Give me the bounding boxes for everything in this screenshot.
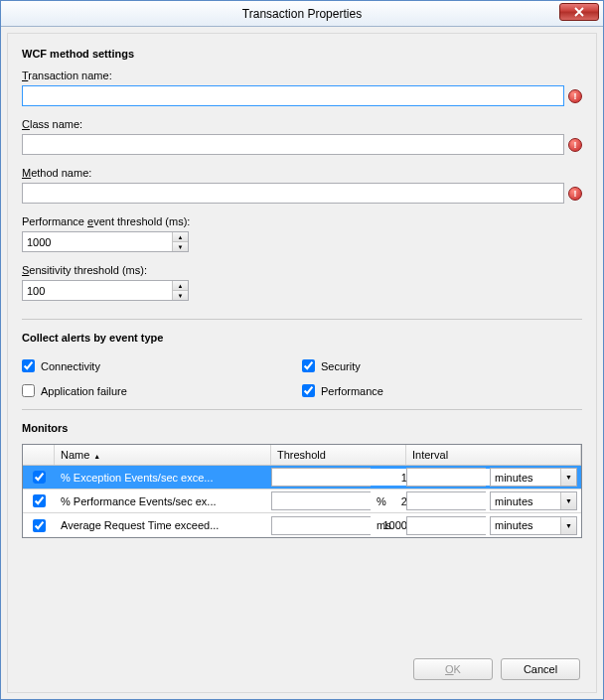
input-sens-threshold[interactable] <box>23 281 172 300</box>
row-checkbox[interactable] <box>33 471 46 484</box>
row-checkbox[interactable] <box>33 494 46 507</box>
field-transaction-name: Transaction name: ! <box>22 70 582 106</box>
header-name[interactable]: Name▲ <box>55 445 271 465</box>
close-icon <box>574 7 584 17</box>
row-interval-unit-value: minutes <box>491 495 560 507</box>
input-class-name[interactable] <box>22 134 564 155</box>
field-class-name: Class name: ! <box>22 118 582 155</box>
header-threshold[interactable]: Threshold <box>271 445 406 465</box>
cancel-button[interactable]: Cancel <box>501 658 580 680</box>
checkbox-connectivity[interactable] <box>22 359 35 372</box>
chevron-down-icon[interactable]: ▼ <box>560 492 576 509</box>
dialog-button-bar: OK Cancel <box>22 648 582 682</box>
label-class-name: Class name: <box>22 118 582 130</box>
checkbox-app-failure[interactable] <box>22 384 35 397</box>
spinner-arrows[interactable]: ▲ ▼ <box>172 232 188 251</box>
input-method-name[interactable] <box>22 183 564 204</box>
spinner-perf-threshold[interactable]: ▲ ▼ <box>22 231 189 252</box>
content-panel: WCF method settings Transaction name: ! … <box>7 33 597 693</box>
checkbox-label: Connectivity <box>41 360 100 372</box>
arrow-up-icon[interactable]: ▲ <box>173 232 188 242</box>
error-icon: ! <box>568 138 582 152</box>
row-interval-unit-value: minutes <box>491 472 560 484</box>
checkbox-label: Performance <box>321 385 383 397</box>
row-checkbox[interactable] <box>33 519 46 532</box>
ok-button[interactable]: OK <box>413 658 493 680</box>
error-icon: ! <box>568 89 582 103</box>
check-app-failure[interactable]: Application failure <box>22 378 302 403</box>
arrow-down-icon[interactable]: ▼ <box>173 291 188 300</box>
row-threshold-spinner[interactable]: ▲▼ <box>271 491 371 510</box>
row-interval-unit-select[interactable]: minutes▼ <box>490 468 577 487</box>
check-connectivity[interactable]: Connectivity <box>22 353 302 378</box>
section-method-settings: WCF method settings <box>22 48 582 60</box>
label-perf-threshold: Performance event threshold (ms): <box>22 215 582 227</box>
sort-asc-icon: ▲ <box>93 453 100 460</box>
row-interval-unit-select[interactable]: minutes▼ <box>490 491 577 510</box>
spinner-sens-threshold[interactable]: ▲ ▼ <box>22 280 189 301</box>
monitors-table: Name▲ Threshold Interval % Exception Eve… <box>22 444 582 538</box>
label-transaction-name: Transaction name: <box>22 70 582 81</box>
row-threshold-unit: % <box>375 472 406 484</box>
separator <box>22 409 582 410</box>
row-threshold-spinner[interactable]: ▲▼ <box>271 468 371 487</box>
monitors-body: % Exception Events/sec exce...▲▼%▲▼minut… <box>23 466 581 537</box>
header-interval[interactable]: Interval <box>406 445 581 465</box>
table-row[interactable]: Average Request Time exceed...▲▼ms▲▼minu… <box>23 513 581 537</box>
table-row[interactable]: % Exception Events/sec exce...▲▼%▲▼minut… <box>23 466 581 490</box>
row-interval-spinner[interactable]: ▲▼ <box>406 516 486 535</box>
spinner-arrows[interactable]: ▲ ▼ <box>172 281 188 300</box>
window-title: Transaction Properties <box>242 7 362 21</box>
check-security[interactable]: Security <box>302 353 582 378</box>
row-name: Average Request Time exceed... <box>55 519 271 531</box>
row-interval-spinner[interactable]: ▲▼ <box>406 491 486 510</box>
checkbox-performance[interactable] <box>302 384 315 397</box>
header-checkbox-col[interactable] <box>23 445 55 465</box>
row-name: % Performance Events/sec ex... <box>55 495 271 507</box>
row-threshold-unit: ms <box>375 519 406 531</box>
checkbox-security[interactable] <box>302 359 315 372</box>
close-button[interactable] <box>559 3 599 21</box>
alert-grid: Connectivity Security Application failur… <box>22 353 582 403</box>
section-monitors: Monitors <box>22 422 582 434</box>
title-bar: Transaction Properties <box>1 1 603 27</box>
label-method-name: Method name: <box>22 167 582 179</box>
chevron-down-icon[interactable]: ▼ <box>560 469 576 486</box>
row-threshold-spinner[interactable]: ▲▼ <box>271 516 371 535</box>
check-performance[interactable]: Performance <box>302 378 582 403</box>
label-sens-threshold: Sensitivity threshold (ms): <box>22 264 582 276</box>
row-interval-unit-select[interactable]: minutes▼ <box>490 516 577 535</box>
content-outer: WCF method settings Transaction name: ! … <box>1 27 603 699</box>
field-method-name: Method name: ! <box>22 167 582 204</box>
dialog-window: Transaction Properties WCF method settin… <box>0 0 604 700</box>
row-interval-unit-value: minutes <box>491 519 560 531</box>
field-sens-threshold: Sensitivity threshold (ms): ▲ ▼ <box>22 264 582 301</box>
checkbox-label: Application failure <box>41 385 127 397</box>
input-perf-threshold[interactable] <box>23 232 172 251</box>
checkbox-label: Security <box>321 360 361 372</box>
separator <box>22 319 582 320</box>
table-row[interactable]: % Performance Events/sec ex...▲▼%▲▼minut… <box>23 490 581 513</box>
row-threshold-unit: % <box>375 495 406 507</box>
row-interval-spinner[interactable]: ▲▼ <box>406 468 486 487</box>
field-perf-threshold: Performance event threshold (ms): ▲ ▼ <box>22 215 582 252</box>
row-name: % Exception Events/sec exce... <box>55 472 271 484</box>
arrow-down-icon[interactable]: ▼ <box>173 242 188 251</box>
monitors-header-row: Name▲ Threshold Interval <box>23 445 581 466</box>
chevron-down-icon[interactable]: ▼ <box>560 517 576 534</box>
arrow-up-icon[interactable]: ▲ <box>173 281 188 291</box>
error-icon: ! <box>568 187 582 201</box>
input-transaction-name[interactable] <box>22 85 564 106</box>
section-collect-alerts: Collect alerts by event type <box>22 332 582 344</box>
